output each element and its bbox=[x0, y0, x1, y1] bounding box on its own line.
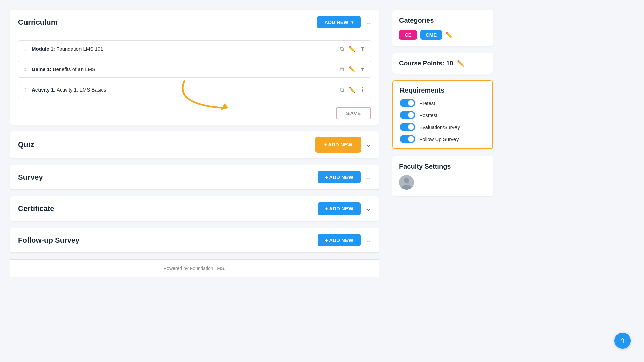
curriculum-section: Curriculum ADD NEW ▾ ⌄ ↕ Module 1: Found… bbox=[10, 10, 379, 125]
curriculum-collapse-icon[interactable]: ⌄ bbox=[366, 19, 371, 26]
requirements-title: Requirements bbox=[400, 86, 486, 94]
certificate-header: Certificate + ADD NEW ⌄ bbox=[10, 196, 379, 221]
avatar-image bbox=[399, 175, 414, 190]
posttest-toggle[interactable] bbox=[400, 111, 415, 119]
follow-up-survey-header: Follow-up Survey + ADD NEW ⌄ bbox=[10, 228, 379, 253]
survey-section: Survey + ADD NEW ⌄ bbox=[10, 165, 379, 190]
follow-up-survey-header-actions: + ADD NEW ⌄ bbox=[318, 234, 371, 246]
scroll-top-button[interactable]: ⇧ bbox=[614, 333, 631, 349]
table-row: ↕ Game 1: Benefits of an LMS ⧉ ✏️ 🗑 bbox=[18, 61, 371, 78]
quiz-section: Quiz + ADD NEW ⌄ bbox=[10, 131, 379, 158]
avatar bbox=[399, 175, 414, 190]
curriculum-header-actions: ADD NEW ▾ ⌄ bbox=[317, 16, 371, 28]
follow-up-survey-title: Follow-up Survey bbox=[18, 236, 79, 245]
quiz-header-actions: + ADD NEW ⌄ bbox=[316, 137, 371, 152]
ce-badge: CE bbox=[399, 30, 417, 40]
followup-label: Follow Up Survey bbox=[419, 136, 459, 142]
module-label: Module 1: Foundation LMS 101 bbox=[32, 46, 340, 52]
copy-icon[interactable]: ⧉ bbox=[340, 87, 344, 93]
posttest-label: Posttest bbox=[419, 112, 437, 118]
evaluation-label: Evaluation/Survey bbox=[419, 124, 460, 130]
copy-icon[interactable]: ⧉ bbox=[340, 46, 344, 52]
survey-title: Survey bbox=[18, 173, 43, 182]
chevron-down-icon: ▾ bbox=[351, 20, 353, 25]
curriculum-items-list: ↕ Module 1: Foundation LMS 101 ⧉ ✏️ 🗑 ↕ bbox=[10, 35, 379, 107]
certificate-collapse-icon[interactable]: ⌄ bbox=[366, 205, 371, 213]
requirement-row-evaluation: Evaluation/Survey bbox=[400, 123, 486, 131]
course-points-edit-icon[interactable]: ✏️ bbox=[457, 60, 464, 67]
certificate-section: Certificate + ADD NEW ⌄ bbox=[10, 196, 379, 221]
svg-point-2 bbox=[404, 178, 409, 183]
evaluation-toggle[interactable] bbox=[400, 123, 415, 131]
course-points-row: Course Points: 10 ✏️ bbox=[399, 60, 486, 67]
delete-icon[interactable]: 🗑 bbox=[360, 46, 365, 52]
certificate-add-new-button[interactable]: + ADD NEW bbox=[318, 202, 361, 215]
followup-toggle[interactable] bbox=[400, 135, 415, 143]
categories-badges-row: CE CME ✏️ bbox=[399, 30, 486, 40]
edit-icon[interactable]: ✏️ bbox=[348, 66, 355, 72]
quiz-header: Quiz + ADD NEW ⌄ bbox=[10, 131, 379, 158]
quiz-title: Quiz bbox=[18, 140, 34, 149]
right-panel: Categories CE CME ✏️ Course Points: 10 ✏… bbox=[392, 10, 493, 352]
survey-add-new-button[interactable]: + ADD NEW bbox=[318, 171, 361, 183]
row-actions: ⧉ ✏️ 🗑 bbox=[340, 86, 365, 93]
drag-handle-icon[interactable]: ↕ bbox=[24, 66, 27, 73]
certificate-title: Certificate bbox=[18, 204, 54, 213]
footer: Powered by Foundation LMS. bbox=[10, 259, 379, 277]
game-label: Game 1: Benefits of an LMS bbox=[32, 66, 340, 72]
drag-handle-icon[interactable]: ↕ bbox=[24, 86, 27, 93]
save-button[interactable]: SAVE bbox=[336, 107, 371, 119]
requirements-section: Requirements Pretest Posttest bbox=[392, 80, 493, 149]
row-actions: ⧉ ✏️ 🗑 bbox=[340, 66, 365, 72]
delete-icon[interactable]: 🗑 bbox=[360, 87, 365, 93]
quiz-add-new-button[interactable]: + ADD NEW bbox=[316, 137, 361, 152]
certificate-header-actions: + ADD NEW ⌄ bbox=[318, 202, 371, 215]
requirement-row-followup: Follow Up Survey bbox=[400, 135, 486, 143]
drag-handle-icon[interactable]: ↕ bbox=[24, 45, 27, 52]
follow-up-survey-add-new-button[interactable]: + ADD NEW bbox=[318, 234, 361, 246]
requirement-row-pretest: Pretest bbox=[400, 99, 486, 107]
categories-title: Categories bbox=[399, 17, 486, 24]
course-points-label: Course Points: 10 bbox=[399, 60, 453, 67]
categories-edit-icon[interactable]: ✏️ bbox=[445, 31, 453, 39]
edit-icon[interactable]: ✏️ bbox=[348, 86, 355, 93]
activity-label: Activity 1: Activity 1: LMS Basics bbox=[32, 87, 340, 93]
curriculum-header: Curriculum ADD NEW ▾ ⌄ bbox=[10, 10, 379, 35]
delete-icon[interactable]: 🗑 bbox=[360, 66, 365, 72]
course-points-section: Course Points: 10 ✏️ bbox=[392, 53, 493, 74]
curriculum-title: Curriculum bbox=[18, 18, 57, 27]
faculty-settings-section: Faculty Settings bbox=[392, 156, 493, 196]
survey-header-actions: + ADD NEW ⌄ bbox=[318, 171, 371, 183]
faculty-settings-title: Faculty Settings bbox=[399, 163, 486, 170]
survey-collapse-icon[interactable]: ⌄ bbox=[366, 174, 371, 181]
curriculum-add-new-button[interactable]: ADD NEW ▾ bbox=[317, 16, 361, 28]
copy-icon[interactable]: ⧉ bbox=[340, 66, 344, 72]
follow-up-survey-section: Follow-up Survey + ADD NEW ⌄ bbox=[10, 228, 379, 253]
categories-section: Categories CE CME ✏️ bbox=[392, 10, 493, 46]
pretest-label: Pretest bbox=[419, 100, 435, 106]
edit-icon[interactable]: ✏️ bbox=[348, 46, 355, 52]
row-actions: ⧉ ✏️ 🗑 bbox=[340, 46, 365, 52]
table-row: ↕ Module 1: Foundation LMS 101 ⧉ ✏️ 🗑 bbox=[18, 40, 371, 57]
cme-badge: CME bbox=[420, 30, 442, 40]
pretest-toggle[interactable] bbox=[400, 99, 415, 107]
quiz-collapse-icon[interactable]: ⌄ bbox=[366, 141, 371, 148]
save-row: SAVE bbox=[10, 107, 379, 125]
requirement-row-posttest: Posttest bbox=[400, 111, 486, 119]
faculty-row bbox=[399, 175, 486, 190]
follow-up-survey-collapse-icon[interactable]: ⌄ bbox=[366, 237, 371, 244]
table-row: ↕ Activity 1: Activity 1: LMS Basics ⧉ ✏… bbox=[18, 81, 371, 98]
survey-header: Survey + ADD NEW ⌄ bbox=[10, 165, 379, 190]
